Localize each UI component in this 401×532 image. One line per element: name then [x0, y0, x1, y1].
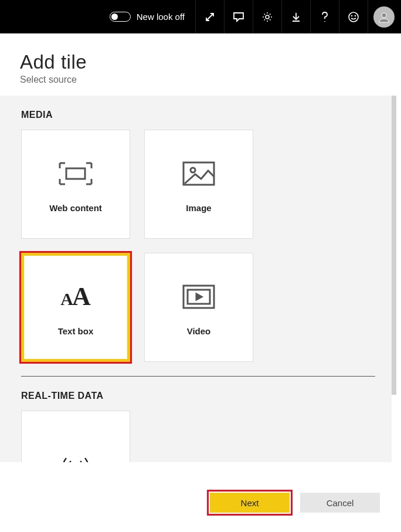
tile-label: Video	[187, 326, 211, 336]
scrollbar-thumb[interactable]	[392, 96, 396, 395]
comments-button[interactable]	[224, 0, 253, 33]
person-icon	[378, 11, 390, 23]
image-icon	[182, 156, 215, 191]
page-title: Add tile	[20, 51, 381, 73]
content-area: MEDIA Web content	[0, 96, 401, 462]
fullscreen-button[interactable]	[195, 0, 224, 33]
download-icon	[291, 12, 301, 22]
new-look-toggle[interactable]: New look off	[104, 12, 191, 22]
cancel-button[interactable]: Cancel	[300, 493, 380, 513]
scrollbar[interactable]	[392, 96, 396, 462]
text-icon: AA	[60, 279, 90, 314]
feedback-button[interactable]	[339, 0, 368, 33]
tile-label: Image	[186, 203, 211, 213]
next-button[interactable]: Next	[210, 493, 290, 513]
new-look-label: New look off	[137, 12, 185, 22]
gear-icon	[261, 11, 273, 23]
section-label-realtime: REAL-TIME DATA	[0, 377, 396, 411]
toggle-knob	[111, 13, 118, 20]
avatar	[373, 6, 395, 28]
web-content-icon	[58, 156, 93, 191]
question-icon	[321, 11, 329, 23]
tile-label: Text box	[58, 326, 94, 336]
svg-rect-5	[66, 168, 85, 179]
tile-web-content[interactable]: Web content	[21, 130, 130, 239]
svg-point-7	[191, 168, 195, 172]
tile-streaming[interactable]	[21, 411, 130, 462]
footer-actions: Next Cancel	[0, 473, 401, 532]
account-button[interactable]	[368, 0, 396, 33]
svg-point-4	[382, 13, 386, 18]
smiley-icon	[348, 11, 359, 23]
realtime-tile-grid	[0, 411, 396, 462]
comment-icon	[233, 12, 244, 22]
svg-point-3	[355, 15, 356, 16]
toggle-pill[interactable]	[110, 12, 131, 22]
svg-point-1	[349, 12, 358, 22]
panel-header: Add tile Select source	[0, 33, 401, 96]
section-label-media: MEDIA	[0, 96, 396, 130]
streaming-icon	[58, 448, 93, 462]
tile-image[interactable]: Image	[144, 130, 253, 239]
download-button[interactable]	[281, 0, 310, 33]
svg-point-0	[266, 15, 269, 19]
tile-label: Web content	[49, 203, 102, 213]
help-button[interactable]	[310, 0, 339, 33]
settings-button[interactable]	[253, 0, 281, 33]
expand-icon	[205, 12, 215, 22]
top-toolbar: New look off	[0, 0, 401, 33]
svg-point-2	[352, 15, 352, 16]
video-icon	[182, 279, 215, 314]
tile-video[interactable]: Video	[144, 253, 253, 362]
media-tile-grid: Web content Image AA Text box	[0, 130, 396, 362]
tile-text-box[interactable]: AA Text box	[21, 253, 130, 362]
page-subtitle: Select source	[20, 74, 381, 85]
